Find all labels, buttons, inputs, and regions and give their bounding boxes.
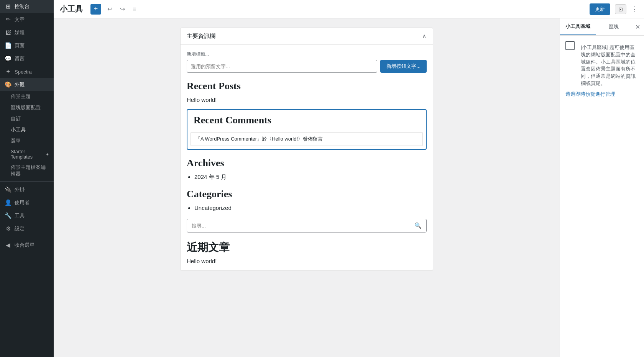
sidebar-item-starter[interactable]: Starter Templates ✦ — [0, 147, 54, 162]
right-panel-body: [小工具區域] 是可使用區塊的網站版面配置中的全域組件。小工具區域的位置會因佈景… — [560, 36, 644, 103]
comments-icon: 💬 — [5, 55, 12, 62]
appearance-icon: 🎨 — [5, 81, 12, 88]
tools-icon: 🔧 — [5, 212, 12, 219]
comment-widget-title: Recent Comments — [194, 115, 420, 126]
sidebar-divider-2 — [0, 237, 54, 237]
sidebar-item-blocklayout[interactable]: 區塊版面配置 — [0, 102, 54, 113]
topbar: 小工具 + ↩ ↪ ≡ 更新 ⊡ ⋮ — [54, 0, 644, 18]
undo-icon: ↩ — [107, 6, 112, 12]
redo-icon: ↪ — [120, 6, 125, 12]
categories-heading: Categories — [187, 188, 427, 200]
comment-item: 「A WordPress Commenter」於〈Hello world!〉發佈… — [191, 132, 423, 146]
manage-link[interactable]: 透過即時預覽進行管理 — [565, 92, 615, 97]
tab-block[interactable]: 區塊 — [596, 19, 631, 35]
search-icon: 🔍 — [414, 222, 422, 229]
sidebar: ⊞ 控制台 ✏ 文章 🖼 媒體 📄 頁面 💬 留言 ✦ Spectra 🎨 外觀… — [0, 0, 54, 357]
new-tag-inputs: 新增按鈕文字... — [187, 60, 427, 73]
update-button[interactable]: 更新 — [590, 3, 610, 15]
new-tag-row: 新增標籤... 新增按鈕文字... — [187, 51, 427, 73]
sidebar-item-collapse[interactable]: ◀ 收合選單 — [0, 239, 54, 252]
dashboard-icon: ⊞ — [5, 3, 12, 10]
menu-icon: ≡ — [133, 6, 136, 12]
sidebar-item-settings[interactable]: ⚙ 設定 — [0, 222, 54, 235]
right-panel-tabs: 小工具區域 區塊 ✕ — [560, 18, 644, 36]
widget-panel-header: 主要資訊欄 ∧ — [181, 28, 433, 45]
page-title: 小工具 — [60, 4, 83, 14]
sidebar-item-users[interactable]: 👤 使用者 — [0, 196, 54, 209]
search-row: 🔍 — [187, 219, 427, 233]
settings-icon: ⚙ — [5, 225, 12, 232]
media-icon: 🖼 — [5, 29, 12, 36]
comment-widget: Recent Comments 「A WordPress Commenter」於… — [187, 109, 427, 150]
more-icon: ⋮ — [631, 5, 638, 13]
widget-panel-title: 主要資訊欄 — [187, 33, 215, 40]
spectra-icon: ✦ — [5, 68, 12, 75]
categories-list: Uncategorized — [187, 205, 427, 211]
sidebar-item-pages[interactable]: 📄 頁面 — [0, 39, 54, 52]
categories-section: Categories Uncategorized — [187, 188, 427, 211]
view-button[interactable]: ⊡ — [615, 4, 626, 14]
more-button[interactable]: ⋮ — [631, 5, 638, 13]
main-content: 主要資訊欄 ∧ 新增標籤... 新增按鈕文字... Recent Posts H… — [54, 18, 560, 357]
sidebar-item-comments[interactable]: 💬 留言 — [0, 52, 54, 65]
archives-list: 2024 年 5 月 — [187, 174, 427, 181]
recent-posts2-item: Hello world! — [187, 258, 427, 264]
sidebar-item-tools[interactable]: 🔧 工具 — [0, 209, 54, 222]
new-tag-button[interactable]: 新增按鈕文字... — [380, 60, 427, 73]
posts-icon: ✏ — [5, 16, 12, 23]
sidebar-item-widgets[interactable]: 小工具 — [0, 124, 54, 136]
plus-icon: + — [94, 5, 98, 13]
new-tag-input[interactable] — [187, 60, 377, 73]
plugins-icon: 🔌 — [5, 186, 12, 193]
sidebar-item-menus[interactable]: 選單 — [0, 136, 54, 147]
widget-area-icon — [565, 41, 575, 50]
widget-info-row: [小工具區域] 是可使用區塊的網站版面配置中的全域組件。小工具區域的位置會因佈景… — [565, 41, 639, 87]
close-panel-button[interactable]: ✕ — [631, 20, 644, 34]
right-panel: 小工具區域 區塊 ✕ [小工具區域] 是可使用區塊的網站版面配置中的全域組件。小… — [560, 18, 644, 357]
recent-posts-section: Recent Posts Hello world! — [187, 80, 427, 103]
pages-icon: 📄 — [5, 42, 12, 49]
panel-toggle-button[interactable]: ∧ — [422, 33, 427, 40]
archives-section: Archives 2024 年 5 月 — [187, 157, 427, 181]
new-tag-label: 新增標籤... — [187, 51, 427, 57]
sidebar-item-plugins[interactable]: 🔌 外掛 — [0, 183, 54, 196]
widget-description: [小工具區域] 是可使用區塊的網站版面配置中的全域組件。小工具區域的位置會因佈景… — [581, 44, 639, 87]
recent-posts2-heading: 近期文章 — [187, 240, 427, 255]
sidebar-item-themes[interactable]: 佈景主題 — [0, 91, 54, 102]
undo-button[interactable]: ↩ — [106, 4, 114, 14]
add-widget-button[interactable]: + — [90, 4, 101, 15]
comment-widget-header: Recent Comments — [187, 110, 426, 129]
recent-posts2-section: 近期文章 Hello world! — [187, 240, 427, 264]
sidebar-item-spectra[interactable]: ✦ Spectra — [0, 65, 54, 78]
sidebar-item-posts[interactable]: ✏ 文章 — [0, 13, 54, 26]
archives-heading: Archives — [187, 157, 427, 169]
redo-button[interactable]: ↪ — [118, 4, 127, 14]
archives-item: 2024 年 5 月 — [194, 174, 427, 181]
recent-posts-heading: Recent Posts — [187, 80, 427, 92]
tab-widget-area[interactable]: 小工具區域 — [560, 18, 596, 35]
recent-posts-item: Hello world! — [187, 97, 427, 103]
categories-item: Uncategorized — [194, 205, 427, 211]
search-input[interactable] — [192, 223, 414, 229]
widget-panel: 主要資訊欄 ∧ 新增標籤... 新增按鈕文字... Recent Posts H… — [180, 28, 433, 271]
close-icon: ✕ — [635, 24, 640, 30]
starter-icon: ✦ — [46, 152, 49, 157]
sidebar-item-appearance[interactable]: 🎨 外觀 — [0, 78, 54, 91]
view-icon: ⊡ — [618, 6, 623, 12]
users-icon: 👤 — [5, 199, 12, 206]
collapse-icon: ◀ — [5, 242, 12, 249]
chevron-up-icon: ∧ — [422, 33, 427, 39]
sidebar-item-dashboard[interactable]: ⊞ 控制台 — [0, 0, 54, 13]
sidebar-item-media[interactable]: 🖼 媒體 — [0, 26, 54, 39]
sidebar-divider — [0, 181, 54, 182]
widget-panel-body: 新增標籤... 新增按鈕文字... Recent Posts Hello wor… — [181, 45, 433, 270]
sidebar-item-themeeditor[interactable]: 佈景主題檔案編輯器 — [0, 162, 54, 180]
sidebar-item-customize[interactable]: 自訂 — [0, 113, 54, 124]
menu-button[interactable]: ≡ — [131, 4, 138, 14]
